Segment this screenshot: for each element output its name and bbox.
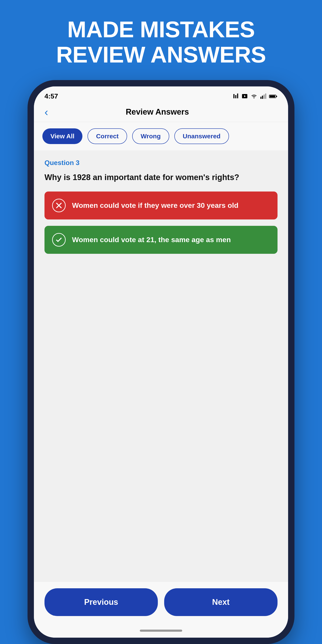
headline-line1: MADE MISTAKES bbox=[56, 17, 266, 42]
question-text: Why is 1928 an important date for women'… bbox=[44, 172, 278, 183]
next-button[interactable]: Next bbox=[164, 588, 278, 616]
answer-correct: Women could vote at 21, the same age as … bbox=[44, 226, 278, 254]
media-icon bbox=[242, 93, 248, 99]
filter-correct[interactable]: Correct bbox=[88, 128, 127, 144]
check-icon bbox=[55, 236, 63, 244]
back-button[interactable]: ‹ bbox=[44, 106, 48, 118]
filter-view-all[interactable]: View All bbox=[42, 128, 82, 144]
wrong-icon bbox=[52, 199, 66, 212]
filter-wrong[interactable]: Wrong bbox=[132, 128, 169, 144]
svg-rect-6 bbox=[260, 97, 262, 99]
home-indicator-bar bbox=[140, 630, 182, 632]
svg-rect-7 bbox=[262, 96, 263, 99]
home-indicator bbox=[34, 627, 288, 638]
phone-frame: 4:57 bbox=[28, 80, 294, 644]
status-bar: 4:57 bbox=[34, 86, 288, 102]
content-area: Question 3 Why is 1928 an important date… bbox=[34, 150, 288, 582]
answer-wrong: Women could vote if they were over 30 ye… bbox=[44, 192, 278, 220]
correct-icon bbox=[52, 233, 66, 246]
filter-tabs: View All Correct Wrong Unanswered bbox=[34, 122, 288, 150]
svg-rect-11 bbox=[276, 96, 277, 97]
svg-rect-2 bbox=[237, 94, 238, 98]
x-icon bbox=[55, 202, 63, 209]
svg-rect-1 bbox=[235, 95, 236, 98]
phone-screen: 4:57 bbox=[34, 86, 288, 638]
svg-rect-8 bbox=[264, 95, 264, 99]
svg-rect-0 bbox=[234, 94, 234, 98]
filter-unanswered[interactable]: Unanswered bbox=[174, 128, 229, 144]
previous-button[interactable]: Previous bbox=[44, 588, 158, 616]
signal-icon bbox=[260, 93, 266, 99]
page-title: Review Answers bbox=[48, 108, 266, 116]
headline: MADE MISTAKES REVIEW ANSWERS bbox=[56, 17, 266, 67]
wrong-answer-text: Women could vote if they were over 30 ye… bbox=[72, 200, 238, 210]
status-icons bbox=[232, 93, 278, 99]
nav-bar: ‹ Review Answers bbox=[34, 102, 288, 122]
bottom-bar: Previous Next bbox=[34, 582, 288, 627]
battery-icon bbox=[269, 93, 278, 99]
correct-answer-text: Women could vote at 21, the same age as … bbox=[72, 235, 231, 245]
svg-rect-9 bbox=[265, 94, 266, 99]
headline-line2: REVIEW ANSWERS bbox=[56, 42, 266, 67]
question-label: Question 3 bbox=[44, 159, 278, 167]
svg-point-5 bbox=[254, 98, 255, 98]
svg-rect-12 bbox=[270, 95, 275, 98]
notification-icon bbox=[232, 93, 239, 99]
wifi-icon bbox=[250, 93, 258, 99]
status-time: 4:57 bbox=[44, 92, 58, 100]
